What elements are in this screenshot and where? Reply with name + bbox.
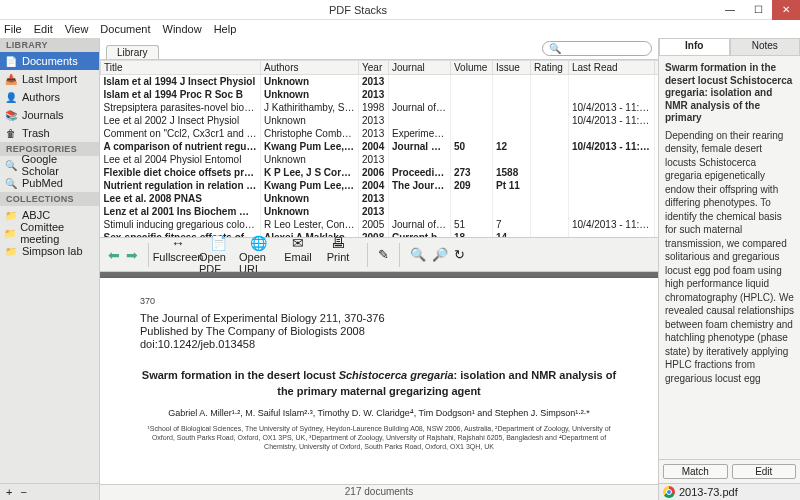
tab-notes[interactable]: Notes <box>730 38 801 56</box>
window-title: PDF Stacks <box>0 4 716 16</box>
folder-icon: 🔍 <box>4 176 18 190</box>
info-abstract: Depending on their rearing density, fema… <box>659 129 800 460</box>
column-authors[interactable]: Authors <box>261 61 359 75</box>
table-row[interactable]: Lee et al. 2008 PNASUnknown2013 <box>101 192 659 205</box>
column-year[interactable]: Year <box>359 61 389 75</box>
sidebar-item-google-scholar[interactable]: 🔍Google Scholar <box>0 156 99 174</box>
fullscreen-button[interactable]: ↔Fullscreen <box>159 235 197 275</box>
print-button[interactable]: 🖶Print <box>319 235 357 275</box>
folder-icon: 🗑 <box>4 126 18 140</box>
folder-icon: 👤 <box>4 90 18 104</box>
table-row[interactable]: Lee et al 2004 Physiol EntomolUnknown201… <box>101 153 659 166</box>
sidebar-item-journals[interactable]: 📚Journals <box>0 106 99 124</box>
email-button[interactable]: ✉Email <box>279 235 317 275</box>
chrome-icon <box>663 486 675 498</box>
folder-icon: 📚 <box>4 108 18 122</box>
tab-info[interactable]: Info <box>659 38 730 56</box>
sidebar-item-trash[interactable]: 🗑Trash <box>0 124 99 142</box>
annotate-button[interactable]: ✎ <box>378 247 389 262</box>
rotate-button[interactable]: ↻ <box>454 247 465 262</box>
table-row[interactable]: A comparison of nutrient regulation …Kwa… <box>101 140 659 153</box>
add-button[interactable]: + <box>6 486 12 498</box>
status-bar: 217 documents <box>100 484 658 500</box>
folder-icon: 📄 <box>4 54 18 68</box>
zoom-out-button[interactable]: 🔎 <box>432 247 448 262</box>
pdf-viewer[interactable]: 370 The Journal of Experimental Biology … <box>100 272 658 484</box>
close-button[interactable]: ✕ <box>772 0 800 20</box>
table-row[interactable]: Strepsiptera parasites-novel biocontrol…… <box>101 101 659 114</box>
open-url-button[interactable]: 🌐Open URL <box>239 235 277 275</box>
column-volume[interactable]: Volume <box>451 61 493 75</box>
column-last-read[interactable]: Last Read <box>569 61 655 75</box>
remove-button[interactable]: − <box>20 486 26 498</box>
pdf-page: 370 The Journal of Experimental Biology … <box>100 278 658 484</box>
filename-label: 2013-73.pdf <box>679 486 738 498</box>
back-button[interactable]: ⬅ <box>108 247 120 263</box>
sidebar-header: LIBRARY <box>0 38 99 52</box>
menu-file[interactable]: File <box>4 23 22 35</box>
sidebar-item-comittee-meeting[interactable]: 📁Comittee meeting <box>0 224 99 242</box>
menu-document[interactable]: Document <box>100 23 150 35</box>
zoom-in-button[interactable]: 🔍 <box>410 247 426 262</box>
folder-icon: 📁 <box>4 208 18 222</box>
column-rating[interactable]: Rating <box>531 61 569 75</box>
match-button[interactable]: Match <box>663 464 728 479</box>
forward-button[interactable]: ➡ <box>126 247 138 263</box>
table-row[interactable]: Flexible diet choice offsets protein c…K… <box>101 166 659 179</box>
menu-edit[interactable]: Edit <box>34 23 53 35</box>
column-title[interactable]: Title <box>101 61 261 75</box>
minimize-button[interactable]: — <box>716 0 744 20</box>
table-row[interactable]: Lee et al 2002 J Insect PhysiolUnknown20… <box>101 114 659 127</box>
column-issue[interactable]: Issue <box>493 61 531 75</box>
folder-icon: 📥 <box>4 72 18 86</box>
folder-icon: 📁 <box>4 244 18 258</box>
column-journal[interactable]: Journal <box>389 61 451 75</box>
table-row[interactable]: Stimuli inducing gregarious colouratio…R… <box>101 218 659 231</box>
maximize-button[interactable]: ☐ <box>744 0 772 20</box>
sidebar-item-authors[interactable]: 👤Authors <box>0 88 99 106</box>
menu-window[interactable]: Window <box>163 23 202 35</box>
table-row[interactable]: Lenz et al 2001 Ins Biochem Mol BiolUnkn… <box>101 205 659 218</box>
open-pdf-button[interactable]: 📄Open PDF <box>199 235 237 275</box>
sidebar-header: COLLECTIONS <box>0 192 99 206</box>
sidebar-item-documents[interactable]: 📄Documents <box>0 52 99 70</box>
table-row[interactable]: Islam et al 1994 J Insect PhysiolUnknown… <box>101 75 659 88</box>
table-row[interactable]: Nutrient regulation in relation to die…K… <box>101 179 659 192</box>
search-input[interactable]: 🔍 <box>542 41 652 56</box>
folder-icon: 🔍 <box>4 158 18 172</box>
sidebar-item-last-import[interactable]: 📥Last Import <box>0 70 99 88</box>
table-row[interactable]: Islam et al 1994 Proc R Soc BUnknown2013 <box>101 88 659 101</box>
edit-button[interactable]: Edit <box>732 464 797 479</box>
info-title: Swarm formation in the desert locust Sch… <box>659 56 800 129</box>
table-row[interactable]: Comment on "Ccl2, Cx3cr1 and Ccl2/Cx…Chr… <box>101 127 659 140</box>
menu-help[interactable]: Help <box>214 23 237 35</box>
menu-view[interactable]: View <box>65 23 89 35</box>
tab-library[interactable]: Library <box>106 45 159 59</box>
folder-icon: 📁 <box>4 226 16 240</box>
